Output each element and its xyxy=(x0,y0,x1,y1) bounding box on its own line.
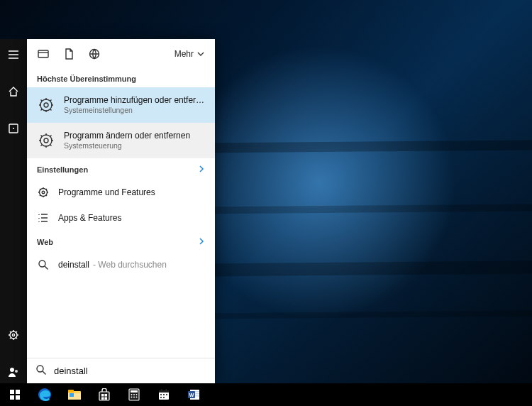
taskbar-edge-icon[interactable] xyxy=(33,383,57,406)
svg-point-35 xyxy=(131,397,133,398)
search-input[interactable] xyxy=(54,366,206,376)
result-programs-and-features[interactable]: Programme und Features xyxy=(27,180,215,205)
result-add-remove-programs[interactable]: Programme hinzufügen oder entfernen Syst… xyxy=(27,87,215,123)
home-icon[interactable] xyxy=(0,80,27,103)
svg-point-36 xyxy=(133,397,135,398)
web-hint: - Web durchsuchen xyxy=(93,260,167,270)
section-best-match: Höchste Übereinstimmung xyxy=(27,69,215,87)
search-icon xyxy=(35,364,47,378)
more-label: Mehr xyxy=(174,49,194,59)
svg-rect-18 xyxy=(10,395,14,400)
hamburger-icon[interactable] xyxy=(0,43,27,66)
svg-point-32 xyxy=(131,394,133,395)
taskbar-calendar-icon[interactable] xyxy=(152,383,176,406)
result-subtitle: Systemeinstellungen xyxy=(64,106,205,115)
result-title: Programm ändern oder entfernen xyxy=(64,131,190,141)
svg-rect-27 xyxy=(105,394,108,397)
user-icon[interactable] xyxy=(0,361,27,383)
svg-rect-46 xyxy=(163,397,165,398)
svg-point-34 xyxy=(136,394,138,395)
settings-gear-icon[interactable] xyxy=(0,324,27,346)
result-title: Apps & Features xyxy=(58,213,121,224)
svg-rect-42 xyxy=(160,394,162,395)
result-title: Programme hinzufügen oder entfernen xyxy=(64,95,205,106)
result-change-remove-program[interactable]: Programm ändern oder entfernen Systemste… xyxy=(27,123,215,158)
svg-point-4 xyxy=(10,368,14,372)
web-query: deinstall xyxy=(58,260,89,270)
svg-rect-6 xyxy=(38,50,48,57)
svg-text:W: W xyxy=(189,393,194,397)
svg-rect-16 xyxy=(10,390,14,394)
result-title: Programme und Features xyxy=(58,187,155,198)
result-apps-and-features[interactable]: Apps & Features xyxy=(27,205,215,231)
svg-rect-43 xyxy=(163,394,165,395)
svg-point-14 xyxy=(39,260,45,267)
svg-point-1 xyxy=(13,128,14,129)
filter-documents-icon[interactable] xyxy=(62,48,75,60)
taskbar: W xyxy=(0,383,532,406)
gear-icon xyxy=(37,96,55,114)
filter-row: Mehr xyxy=(27,39,215,69)
list-icon xyxy=(37,212,50,224)
svg-point-3 xyxy=(12,334,14,336)
svg-rect-40 xyxy=(161,389,162,392)
svg-point-15 xyxy=(37,366,43,372)
result-web-search[interactable]: deinstall - Web durchsuchen xyxy=(27,252,215,278)
filter-web-icon[interactable] xyxy=(88,48,101,60)
search-input-row xyxy=(27,358,215,383)
svg-rect-29 xyxy=(105,397,108,400)
svg-rect-25 xyxy=(99,392,109,400)
svg-rect-19 xyxy=(16,395,20,400)
svg-rect-41 xyxy=(166,389,167,392)
taskbar-file-explorer-icon[interactable] xyxy=(62,383,87,406)
more-filters-button[interactable]: Mehr xyxy=(174,49,205,59)
result-subtitle: Systemsteuerung xyxy=(64,141,190,150)
chevron-right-icon xyxy=(198,164,205,175)
start-sidebar xyxy=(0,39,27,383)
chevron-right-icon xyxy=(198,236,205,248)
svg-rect-31 xyxy=(131,390,138,393)
svg-point-33 xyxy=(133,394,135,395)
clock-icon[interactable] xyxy=(0,117,27,140)
svg-rect-39 xyxy=(159,390,169,393)
svg-rect-17 xyxy=(16,390,20,394)
start-button[interactable] xyxy=(3,383,27,406)
svg-point-9 xyxy=(44,103,48,107)
svg-point-5 xyxy=(15,370,18,373)
section-settings[interactable]: Einstellungen xyxy=(27,158,215,180)
svg-rect-44 xyxy=(166,394,167,395)
svg-point-11 xyxy=(44,138,48,143)
filter-apps-icon[interactable] xyxy=(37,48,50,60)
search-icon xyxy=(37,258,50,271)
svg-rect-22 xyxy=(68,390,74,393)
svg-rect-28 xyxy=(101,397,104,400)
gear-icon xyxy=(37,131,55,150)
section-web[interactable]: Web xyxy=(27,231,215,252)
svg-point-37 xyxy=(136,397,138,398)
taskbar-word-icon[interactable]: W xyxy=(182,383,206,406)
svg-rect-24 xyxy=(70,393,74,397)
chevron-down-icon xyxy=(196,50,205,57)
search-results-panel: Mehr Höchste Übereinstimmung Programme h… xyxy=(27,39,215,383)
taskbar-store-icon[interactable] xyxy=(92,383,116,406)
svg-point-13 xyxy=(42,191,45,194)
taskbar-calculator-icon[interactable] xyxy=(122,383,146,406)
svg-rect-45 xyxy=(160,397,162,398)
gear-icon xyxy=(37,186,50,199)
svg-rect-26 xyxy=(101,394,104,397)
